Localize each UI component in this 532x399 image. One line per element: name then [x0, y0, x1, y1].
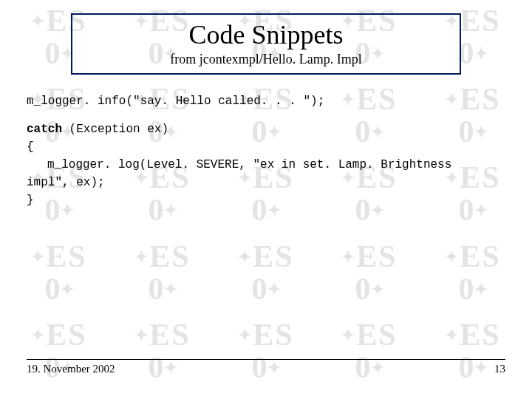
footer-date: 19. November 2002 — [27, 363, 115, 375]
title-box: Code Snippets from jcontexmpl/Hello. Lam… — [71, 13, 461, 75]
code-line: m_logger. info("say. Hello called. . . "… — [27, 92, 505, 110]
code-snippet-2: catch (Exception ex) { m_logger. log(Lev… — [27, 120, 505, 209]
code-line: m_logger. log(Level. SEVERE, "ex in set.… — [27, 156, 505, 174]
code-line: } — [27, 191, 505, 209]
slide-content: Code Snippets from jcontexmpl/Hello. Lam… — [0, 0, 532, 399]
keyword-catch: catch — [27, 123, 62, 136]
slide-subtitle: from jcontexmpl/Hello. Lamp. Impl — [80, 52, 452, 67]
slide-footer: 19. November 2002 13 — [27, 359, 505, 375]
code-line: { — [27, 138, 505, 156]
code-snippet-1: m_logger. info("say. Hello called. . . "… — [27, 92, 505, 110]
footer-divider — [27, 359, 505, 360]
footer-page-number: 13 — [494, 363, 505, 375]
code-line: impl", ex); — [27, 174, 505, 191]
code-line: catch (Exception ex) — [27, 120, 505, 138]
slide-title: Code Snippets — [80, 19, 452, 50]
